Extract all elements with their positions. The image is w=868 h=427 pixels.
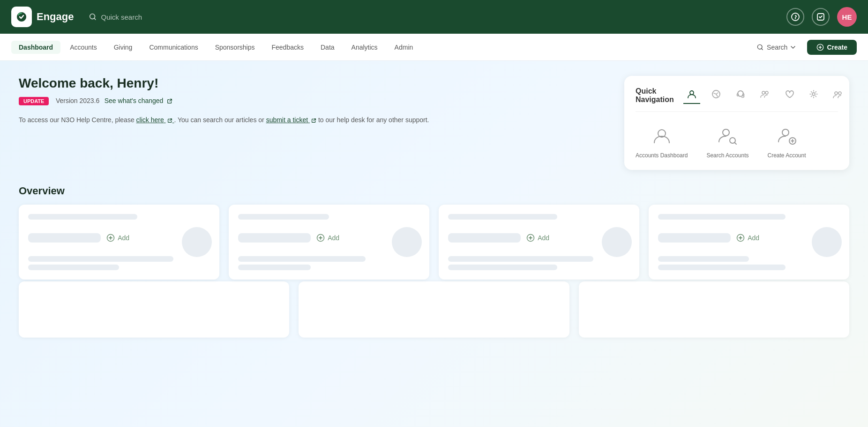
skeleton-line (448, 265, 557, 270)
quick-nav-tab-sponsorships[interactable] (756, 87, 773, 104)
skeleton-bar (238, 233, 311, 243)
overview-cards-grid: Add (19, 205, 849, 280)
quick-nav-tab-data[interactable] (805, 87, 822, 104)
search-accounts-label: Search Accounts (706, 152, 748, 159)
overview-title: Overview (19, 185, 849, 197)
external-link-icon-2 (167, 118, 172, 123)
card-4-middle: Add (658, 233, 840, 243)
avatar-initials: HE (842, 13, 852, 21)
card-3-bottom (448, 256, 630, 270)
quick-nav-item-search-accounts[interactable]: Search Accounts (706, 123, 748, 159)
help-text: To access our N3O Help Centre, please cl… (19, 115, 609, 126)
quick-nav-header: Quick Navigation (636, 87, 838, 112)
card-4-top (658, 214, 840, 220)
nav-item-data[interactable]: Data (313, 41, 342, 54)
quick-nav-card: Quick Navigation (624, 76, 849, 170)
skeleton-line (238, 265, 311, 270)
welcome-title: Welcome back, Henry! (19, 76, 609, 91)
bottom-cards-grid (19, 281, 849, 338)
skeleton-line (448, 214, 557, 220)
nav-item-giving[interactable]: Giving (106, 41, 140, 54)
add-button-2[interactable]: Add (316, 234, 339, 242)
quick-nav-tab-feedbacks[interactable] (781, 87, 798, 104)
svg-point-13 (835, 92, 838, 95)
svg-point-5 (690, 91, 694, 95)
add-button-4[interactable]: Add (736, 234, 759, 242)
group-tab-icon (760, 89, 770, 99)
nav-item-sponsorships[interactable]: Sponsorships (208, 41, 262, 54)
nav-item-admin[interactable]: Admin (387, 41, 421, 54)
click-here-link[interactable]: click here (136, 116, 174, 124)
skeleton-line (658, 214, 786, 220)
bottom-card-1 (19, 281, 289, 338)
create-account-label: Create Account (767, 152, 806, 159)
card-1-middle: Add (28, 233, 210, 243)
skeleton-bar (448, 233, 521, 243)
skeleton-circle-3 (602, 227, 632, 257)
topbar: Engage Quick search HE (0, 0, 868, 34)
chart-tab-icon (711, 89, 721, 99)
person-tab-icon (687, 89, 697, 99)
welcome-section: Welcome back, Henry! UPDATE Version 2023… (19, 76, 849, 170)
search-label: Search (767, 44, 787, 51)
skeleton-circle-1 (182, 227, 212, 257)
overview-card-3: Add (439, 205, 639, 280)
svg-point-12 (812, 93, 815, 96)
card-1-top (28, 214, 210, 220)
plus-circle-icon-3 (526, 234, 535, 242)
skeleton-line (28, 265, 119, 270)
add-button-3[interactable]: Add (526, 234, 549, 242)
external-link-icon-3 (311, 118, 316, 123)
create-button[interactable]: Create (807, 40, 857, 55)
plus-circle-icon-4 (736, 234, 745, 242)
search-button[interactable]: Search (751, 41, 801, 54)
quick-search-btn[interactable]: Quick search (89, 13, 142, 21)
see-whats-changed-link[interactable]: See what's changed (105, 97, 173, 104)
logo-icon (11, 7, 32, 27)
quick-nav-title: Quick Navigation (636, 87, 674, 104)
svg-point-18 (782, 129, 789, 136)
quick-nav-item-create-account[interactable]: Create Account (767, 123, 806, 159)
user-avatar[interactable]: HE (837, 7, 857, 27)
quick-search-label: Quick search (101, 13, 142, 21)
create-label: Create (827, 44, 847, 51)
accounts-dashboard-label: Accounts Dashboard (636, 152, 688, 159)
help-button[interactable] (786, 8, 804, 26)
topbar-right: HE (786, 7, 857, 27)
tasks-button[interactable] (812, 8, 830, 26)
app-name: Engage (37, 11, 74, 23)
nav-item-accounts[interactable]: Accounts (62, 41, 105, 54)
submit-ticket-link[interactable]: submit a ticket (266, 116, 310, 124)
update-row: UPDATE Version 2023.6 See what's changed (19, 96, 609, 105)
plus-circle-icon-2 (316, 234, 325, 242)
skeleton-line (448, 256, 593, 262)
bottom-card-2 (299, 281, 569, 338)
nav-item-feedbacks[interactable]: Feedbacks (264, 41, 311, 54)
accounts-dashboard-icon (650, 123, 674, 147)
welcome-card: Welcome back, Henry! UPDATE Version 2023… (19, 76, 609, 170)
svg-point-10 (762, 91, 765, 94)
quick-nav-tab-analytics[interactable] (830, 87, 846, 104)
skeleton-line (658, 265, 786, 270)
skeleton-line (28, 256, 173, 262)
quick-nav-tabs (683, 87, 846, 104)
quick-nav-tab-communications[interactable] (732, 87, 749, 104)
skeleton-circle-2 (392, 227, 422, 257)
skeleton-bar (658, 233, 731, 243)
nav-item-communications[interactable]: Communications (142, 41, 205, 54)
main-content: Welcome back, Henry! UPDATE Version 2023… (0, 61, 868, 427)
nav-item-dashboard[interactable]: Dashboard (11, 41, 60, 54)
update-badge: UPDATE (19, 97, 49, 105)
quick-nav-tab-giving[interactable] (708, 87, 725, 104)
skeleton-circle-4 (812, 227, 842, 257)
add-button-1[interactable]: Add (106, 234, 129, 242)
navbar: Dashboard Accounts Giving Communications… (0, 34, 868, 61)
quick-nav-item-accounts-dashboard[interactable]: Accounts Dashboard (636, 123, 688, 159)
quick-nav-tab-accounts[interactable] (683, 87, 700, 104)
logo-wrap[interactable]: Engage (11, 7, 74, 27)
overview-card-2: Add (229, 205, 429, 280)
external-link-icon (167, 98, 172, 104)
nav-item-analytics[interactable]: Analytics (344, 41, 385, 54)
chevron-down-icon (790, 44, 796, 50)
search-nav-icon (756, 44, 764, 51)
